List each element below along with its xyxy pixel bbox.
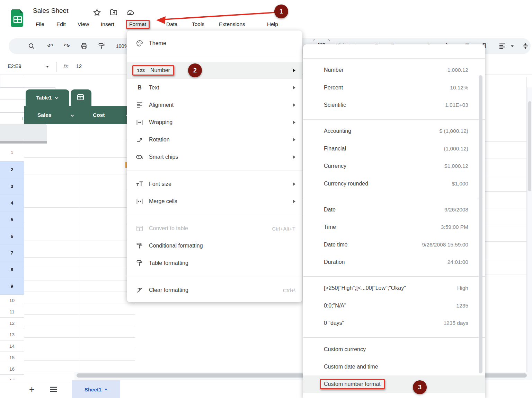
menu-divider <box>303 337 485 338</box>
number-menu-item-0-days[interactable]: 0 "days"1235 days <box>303 314 485 332</box>
format-menu-item-rotation[interactable]: Rotation <box>127 131 302 148</box>
menu-format[interactable]: Format <box>126 20 150 29</box>
row-header-3[interactable]: 3 <box>0 178 24 195</box>
row-header-6[interactable]: 6 <box>0 228 24 245</box>
add-sheet-button[interactable]: + <box>29 380 35 398</box>
move-folder-icon[interactable] <box>109 8 118 17</box>
menu-item-label: Smart chips <box>149 154 178 160</box>
number-menu-item-number[interactable]: Number1,000.12 <box>303 61 485 79</box>
format-menu-item-font-size[interactable]: Font size <box>127 175 302 193</box>
menu-item-label: Currency rounded <box>324 181 368 187</box>
search-icon[interactable] <box>25 38 38 54</box>
all-sheets-button[interactable] <box>50 380 57 398</box>
menu-view[interactable]: View <box>75 20 92 29</box>
menu-divider <box>303 276 485 277</box>
row-header-15[interactable]: 15 <box>0 352 24 363</box>
menu-item-label: Custom number format <box>324 381 381 387</box>
vertical-align-icon[interactable] <box>518 38 532 54</box>
row-header-5[interactable]: 5 <box>0 211 24 228</box>
menu-insert[interactable]: Insert <box>98 20 117 29</box>
number-menu-item-date[interactable]: Date9/26/2008 <box>303 201 485 218</box>
number-menu-item-scientific[interactable]: Scientific1.01E+03 <box>303 96 485 114</box>
menu-extensions[interactable]: Extensions <box>216 20 248 29</box>
format-menu-item-alignment[interactable]: Alignment <box>127 96 302 114</box>
row-header-11[interactable]: 11 <box>0 306 24 318</box>
sheet-tab-sheet1[interactable]: Sheet1 <box>72 380 120 398</box>
format-menu-item-number[interactable]: 123Number <box>127 62 302 79</box>
number-menu-item-custom-currency[interactable]: Custom currency <box>303 340 485 358</box>
format-menu-item-text[interactable]: BText <box>127 79 302 96</box>
document-title[interactable]: Sales Sheet <box>33 7 68 15</box>
number-menu-item-accounting[interactable]: Accounting$ (1,000.12) <box>303 122 485 140</box>
format-example-value: 10.12% <box>450 85 468 91</box>
submenu-scrollbar[interactable] <box>479 75 482 373</box>
format-menu-item-conditional-formatting[interactable]: Conditional formatting <box>127 237 302 254</box>
format-menu-item-merge-cells[interactable]: Merge cells <box>127 193 302 210</box>
cloud-check-icon[interactable] <box>126 8 134 17</box>
font-size-icon <box>135 181 144 187</box>
number-menu-item-custom-date-and-time[interactable]: Custom date and time <box>303 358 485 375</box>
format-example-value: $ (1,000.12) <box>439 128 468 134</box>
row-header-12[interactable]: 12 <box>0 318 24 329</box>
row-header-7[interactable]: 7 <box>0 245 24 261</box>
print-icon[interactable] <box>78 38 90 54</box>
gridline <box>80 124 80 372</box>
format-menu-item-theme[interactable]: Theme <box>127 35 302 52</box>
menu-file[interactable]: File <box>33 20 47 29</box>
format-menu-item-clear-formatting[interactable]: Clear formattingCtrl+\ <box>127 282 302 299</box>
formula-input[interactable]: 12 <box>76 63 82 69</box>
star-icon[interactable] <box>93 8 101 17</box>
redo-icon[interactable]: ↷ <box>61 38 73 54</box>
row-header-14[interactable]: 14 <box>0 340 24 352</box>
vertical-scrollbar[interactable] <box>528 101 531 191</box>
menu-item-label: Wrapping <box>149 119 172 126</box>
number-menu-item-time[interactable]: Time3:59:00 PM <box>303 218 485 236</box>
menu-divider <box>127 277 302 277</box>
menu-item-label: Duration <box>324 259 345 265</box>
paint-format-icon[interactable] <box>95 38 108 54</box>
name-box-caret-icon[interactable] <box>46 66 49 68</box>
undo-icon[interactable]: ↶ <box>44 38 56 54</box>
row-header-13[interactable]: 13 <box>0 329 24 340</box>
row-header-16[interactable]: 16 <box>0 363 24 375</box>
menu-edit[interactable]: Edit <box>54 20 69 29</box>
number-menu-item-0-0-n-a[interactable]: 0;0;"N/A"1235 <box>303 297 485 314</box>
format-menu-item-table-formatting[interactable]: Table formatting <box>127 254 302 272</box>
gridline <box>485 141 526 142</box>
row-header-1[interactable]: 1 <box>0 144 24 162</box>
menu-help[interactable]: Help <box>264 20 281 29</box>
menu-item-label: Time <box>324 224 336 230</box>
row-header-9[interactable]: 9 <box>0 278 24 295</box>
number-menu-item-financial[interactable]: Financial(1,000.12) <box>303 140 485 157</box>
horizontal-align-icon[interactable] <box>495 38 509 54</box>
row-header-8[interactable]: 8 <box>0 261 24 278</box>
table-icon <box>135 226 144 231</box>
number-menu-item-percent[interactable]: Percent10.12% <box>303 79 485 96</box>
table-menu-tab[interactable] <box>71 89 91 106</box>
submenu-arrow-icon <box>293 121 295 124</box>
row-header-4[interactable]: 4 <box>0 195 24 211</box>
menu-data[interactable]: Data <box>163 20 180 29</box>
format-menu-item-smart-chips[interactable]: Smart chips <box>127 148 302 166</box>
number-menu-item-custom-number-format[interactable]: Custom number format <box>303 375 485 393</box>
format-menu-item-wrapping[interactable]: Wrapping <box>127 114 302 131</box>
grid-corner[interactable] <box>0 75 24 87</box>
menu-tools[interactable]: Tools <box>189 20 207 29</box>
menu-item-label: Financial <box>324 146 346 152</box>
menu-bar: FileEditViewInsertFormatDataToolsExtensi… <box>0 19 532 31</box>
number-menu-item-duration[interactable]: Duration24:01:00 <box>303 253 485 271</box>
step-badge-1: 1 <box>274 5 288 18</box>
submenu-arrow-icon <box>293 200 295 203</box>
table-header-sales[interactable]: Sales <box>24 106 80 124</box>
table-name-tab[interactable]: Table1 <box>26 89 69 106</box>
row-header-2[interactable]: 2 <box>0 162 24 178</box>
number-menu-item-250-high-00-low-okay[interactable]: [>250]"High";[<...00]"Low";"Okay"High <box>303 279 485 297</box>
number-menu-item-date-time[interactable]: Date time9/26/2008 15:59:00 <box>303 236 485 253</box>
row-header-10[interactable]: 10 <box>0 295 24 306</box>
name-box[interactable]: E2:E9 <box>8 63 21 69</box>
menu-divider <box>303 198 485 198</box>
format-menu-item-convert-to-table[interactable]: Convert to tableCtrl+Alt+T <box>127 220 302 237</box>
gridline <box>485 258 526 258</box>
number-menu-item-currency-rounded[interactable]: Currency rounded$1,000 <box>303 175 485 192</box>
number-menu-item-currency[interactable]: Currency$1,000.12 <box>303 157 485 175</box>
